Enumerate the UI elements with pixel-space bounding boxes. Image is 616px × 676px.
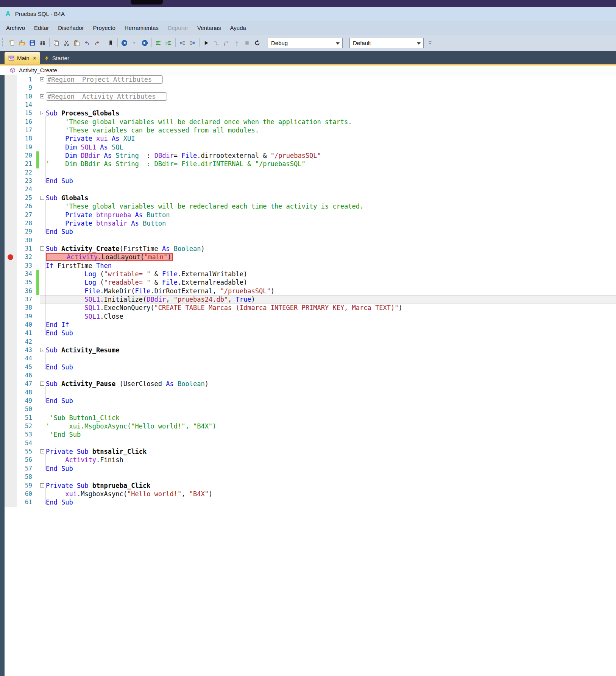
navigate-back-icon[interactable] [119, 37, 129, 48]
breakpoint-margin[interactable] [5, 464, 17, 473]
code-text[interactable]: Log ("readable= " & File.Externalreadabl… [46, 278, 616, 287]
code-text[interactable] [46, 371, 616, 380]
collapse-region-icon[interactable]: - [40, 382, 44, 386]
code-text[interactable] [46, 338, 616, 346]
code-text[interactable]: End Sub [46, 227, 616, 236]
breakpoint-margin[interactable] [5, 185, 17, 193]
restart-icon[interactable] [252, 37, 262, 48]
breakpoint-margin[interactable] [5, 414, 17, 422]
breakpoint-margin[interactable] [5, 168, 17, 177]
collapse-region-icon[interactable]: - [40, 449, 44, 453]
cut-icon[interactable] [61, 37, 72, 48]
code-text[interactable]: Sub Activity_Pause (UserClosed As Boolea… [46, 380, 616, 388]
code-text[interactable]: Dim SQL1 As SQL [46, 143, 616, 151]
breakpoint-margin[interactable] [5, 473, 17, 481]
breakpoint-margin[interactable] [5, 456, 17, 464]
breakpoint-margin[interactable] [5, 380, 17, 388]
step-over-icon[interactable] [221, 37, 232, 48]
code-text[interactable]: Private Sub btnprueba_Click [46, 481, 616, 490]
code-text[interactable]: 'These global variables will be declared… [46, 118, 616, 126]
debug-mode-select[interactable]: Debug [268, 38, 343, 48]
menu-editar[interactable]: Editar [30, 21, 53, 35]
new-file-icon[interactable] [7, 37, 17, 48]
collapse-region-icon[interactable]: - [40, 483, 44, 488]
open-file-icon[interactable] [17, 37, 27, 48]
code-editor[interactable]: 1+#Region Project Attributes910+#Region … [5, 75, 616, 676]
outdent-icon[interactable] [177, 37, 187, 48]
breakpoint-margin[interactable] [5, 321, 17, 329]
code-text[interactable]: Private btnsalir As Button [46, 219, 616, 227]
indent-icon[interactable] [187, 37, 198, 48]
code-text[interactable] [46, 388, 616, 397]
code-text[interactable]: SQL1.Initialize(DBdir, "pruebas24.db", T… [46, 295, 616, 304]
breakpoint-margin[interactable] [5, 447, 17, 456]
step-out-icon[interactable] [232, 37, 242, 48]
collapsed-region-box[interactable]: #Region Activity Attributes [46, 92, 167, 101]
breakpoint-margin[interactable] [5, 177, 17, 185]
step-into-icon[interactable] [211, 37, 221, 48]
menu-ayuda[interactable]: Ayuda [226, 21, 251, 35]
breakpoint-margin[interactable] [5, 109, 17, 117]
breakpoint-margin[interactable] [5, 295, 17, 304]
breakpoint-margin[interactable] [5, 101, 17, 109]
menu-herramientas[interactable]: Herramientas [120, 21, 163, 35]
code-text[interactable]: Private xui As XUI [46, 134, 616, 143]
uncomment-icon[interactable]: 2 [164, 37, 174, 48]
breakpoint-margin[interactable] [5, 363, 17, 371]
menu-proyecto[interactable]: Proyecto [89, 21, 120, 35]
code-text[interactable] [46, 236, 616, 245]
navigate-forward-icon[interactable] [140, 37, 150, 48]
save-icon[interactable] [27, 37, 37, 48]
code-text[interactable] [46, 185, 616, 193]
history-dropdown-caret[interactable] [129, 37, 140, 48]
code-text[interactable]: Sub Activity_Create(FirstTime As Boolean… [46, 245, 616, 253]
breakpoint-margin[interactable] [5, 329, 17, 337]
undo-icon[interactable] [82, 37, 92, 48]
stop-icon[interactable] [242, 37, 252, 48]
code-text[interactable]: End Sub [46, 177, 616, 185]
breakpoint-margin[interactable] [5, 338, 17, 346]
close-tab-icon[interactable]: × [33, 55, 36, 62]
code-text[interactable]: If FirstTime Then [46, 262, 616, 270]
breakpoint-margin[interactable] [5, 397, 17, 405]
code-text[interactable]: Sub Activity_Resume [46, 346, 616, 354]
code-text[interactable]: End Sub [46, 464, 616, 473]
breakpoint-margin[interactable] [5, 498, 17, 506]
code-text[interactable]: End Sub [46, 397, 616, 405]
breakpoint-margin[interactable] [5, 160, 17, 168]
code-text[interactable]: SQL1.Close [46, 312, 616, 321]
collapse-region-icon[interactable]: - [40, 246, 44, 251]
menu-diseñador[interactable]: Diseñador [53, 21, 88, 35]
breakpoint-margin[interactable] [5, 371, 17, 380]
breakpoint-margin[interactable] [5, 126, 17, 134]
breakpoint-margin[interactable] [5, 194, 17, 202]
code-text[interactable]: 'These global variables will be redeclar… [46, 202, 616, 210]
menu-archivo[interactable]: Archivo [2, 21, 30, 35]
breakpoint-margin[interactable] [5, 134, 17, 143]
toolbar-overflow-button[interactable] [427, 40, 433, 46]
find-icon[interactable] [37, 37, 48, 48]
expand-region-icon[interactable]: + [40, 94, 44, 98]
breakpoint-margin[interactable] [5, 227, 17, 236]
copy-icon[interactable] [51, 37, 61, 48]
code-text[interactable]: xui.MsgboxAsync("Hello world!", "B4X") [46, 490, 616, 498]
tab-starter[interactable]: Starter [40, 52, 73, 64]
breakpoint-icon[interactable] [8, 254, 13, 260]
code-text[interactable]: End If [46, 321, 616, 329]
code-text[interactable]: ' Dim DBdir As String : DBdir= File.dirI… [46, 160, 616, 168]
collapse-region-icon[interactable]: - [40, 348, 44, 352]
breakpoint-margin[interactable] [5, 84, 17, 92]
breakpoint-margin[interactable] [5, 253, 17, 261]
breadcrumb[interactable]: Activity_Create [5, 65, 616, 75]
breakpoint-margin[interactable] [5, 490, 17, 498]
code-text[interactable] [46, 473, 616, 481]
tab-main[interactable]: Main× [5, 52, 40, 64]
breakpoint-margin[interactable] [5, 219, 17, 227]
code-text[interactable]: 'End Sub [46, 430, 616, 439]
collapse-region-icon[interactable]: - [40, 111, 44, 115]
breakpoint-margin[interactable] [5, 439, 17, 447]
expand-region-icon[interactable]: + [40, 77, 44, 81]
breakpoint-margin[interactable] [5, 92, 17, 101]
breakpoint-margin[interactable] [5, 270, 17, 278]
breakpoint-margin[interactable] [5, 278, 17, 287]
